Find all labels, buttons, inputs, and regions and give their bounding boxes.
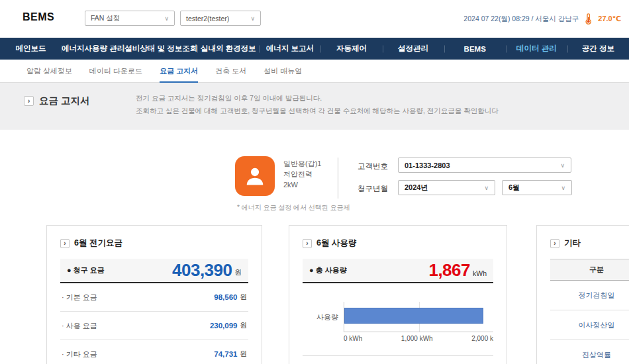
person-icon (243, 164, 267, 188)
usage-bar-axis: 0 kWh 1,000 kWh 2,000 k (344, 335, 493, 342)
nav-item-settings[interactable]: 설정관리 (383, 38, 444, 60)
plan-capacity: 2kW (283, 179, 321, 190)
section-arrow-icon: › (24, 96, 34, 106)
page-title-row: › 요금 고지서 (24, 95, 90, 107)
usage-bar-plot (344, 302, 493, 332)
usage-total-value: 1,867 (428, 260, 470, 281)
chevron-down-icon: ∨ (560, 162, 565, 169)
page-title: 요금 고지서 (39, 95, 90, 107)
axis-tick: 2,000 k (471, 335, 493, 342)
customer-number-label: 고객번호 (358, 161, 388, 171)
billing-month-label: 청구년월 (358, 184, 388, 194)
plan-note: * 에너지 요금 설정 에서 선택된 요금제 (237, 203, 350, 212)
plan-voltage: 저압전력 (283, 169, 321, 179)
usage-card-title-row: › 6월 사용량 (303, 238, 493, 249)
section-arrow-icon: › (550, 239, 559, 248)
section-arrow-icon: › (60, 239, 70, 248)
plan-type: 일반용(갑)1 (283, 158, 321, 169)
bill-card-title-row: › 6월 전기요금 (60, 238, 248, 249)
sub-nav: 알람 상세정보 데이터 다운로드 요금 고지서 건축 도서 설비 매뉴얼 (0, 60, 629, 83)
etc-card: › 기타 구분 정기검침일 이사정산일 진상역률 지상역률 (536, 225, 629, 364)
nav-item-facility-status[interactable]: 설비상태 및 정보조회 (124, 38, 197, 60)
nav-item-data-management[interactable]: 데이터 관리 (506, 38, 567, 60)
usage-card-title: 6월 사용량 (316, 238, 356, 249)
page-description-line1: 전기 요금 고지서는 정기검침일 이후 7일 이내에 발급됩니다. (136, 92, 499, 105)
table-row: 진상역률 (550, 340, 629, 364)
page-description-line2: 조회하고 싶은 건물에 대해 고객번호, 청구년월을 선택하여 각 건물 수요처… (136, 105, 499, 117)
building-select-value: FAN 설정 (91, 14, 120, 23)
axis-tick: 0 kWh (344, 335, 362, 342)
section-arrow-icon: › (303, 239, 312, 248)
header-status: 2024 07 22(월) 08:29 / 서울시 강남구 27.0℃ (463, 0, 621, 38)
chevron-down-icon: ∨ (250, 15, 255, 22)
main-nav: 메인보드 에너지사용량 관리 설비상태 및 정보조회 실내외 환경정보 에너지 … (0, 38, 629, 60)
subnav-item-facility-manual[interactable]: 설비 매뉴얼 (264, 60, 302, 83)
building-select[interactable]: FAN 설정 ∨ (85, 11, 175, 26)
bems-logo: BEMS (23, 11, 54, 23)
chevron-down-icon: ∨ (561, 185, 565, 191)
customer-number-select[interactable]: 01-1333-2803 ∨ (398, 158, 571, 173)
top-header: BEMS FAN 설정 ∨ tester2(tester) ∨ 2024 07 … (0, 0, 629, 38)
usage-bar-chart: 사용량 (303, 302, 493, 332)
billing-year-value: 2024년 (405, 183, 428, 193)
nav-item-energy-usage[interactable]: 에너지사용량 관리 (62, 38, 124, 60)
etc-table: 구분 정기검침일 이사정산일 진상역률 지상역률 (550, 259, 629, 364)
nav-item-energy-report[interactable]: 에너지 보고서 (259, 38, 320, 60)
table-row: 정기검침일 (550, 281, 629, 310)
bems-app: BEMS FAN 설정 ∨ tester2(tester) ∨ 2024 07 … (0, 0, 629, 364)
bill-total-label: ● 청구 요금 (67, 265, 105, 275)
table-row: · 기타 요금 74,731 원 (부가가치세, 기후환경, 전력산업기반 등) (60, 340, 248, 364)
usage-card: › 6월 사용량 ● 총 사용량 1,867 kWh 사용량 0 kWh 1,0… (289, 225, 507, 364)
usage-total-label: ● 총 사용량 (309, 265, 347, 275)
bill-row-unit: 원 (240, 293, 248, 302)
user-select[interactable]: tester2(tester) ∨ (180, 11, 261, 26)
user-select-value: tester2(tester) (186, 15, 229, 23)
bill-total-value: 403,390 (172, 260, 232, 281)
bill-row-value: 230,099 (210, 322, 238, 330)
customer-number-value: 01-1333-2803 (405, 161, 450, 169)
vertical-divider (338, 158, 338, 199)
usage-bar-category-label: 사용량 (303, 302, 344, 332)
thermometer-icon (583, 13, 593, 24)
axis-tick: 1,000 kWh (401, 335, 433, 342)
chevron-down-icon: ∨ (484, 185, 489, 191)
bill-row-unit: 원 (240, 321, 248, 330)
subnav-item-architecture-docs[interactable]: 건축 도서 (215, 60, 246, 83)
bill-row-label: · 사용 요금 (62, 321, 97, 331)
subnav-item-bill-notice[interactable]: 요금 고지서 (160, 60, 198, 83)
bill-row-label: · 기타 요금 (62, 349, 97, 359)
bill-row-value: 98,560 (214, 293, 237, 301)
etc-card-title-row: › 기타 (550, 238, 629, 249)
contract-plan-text: 일반용(갑)1 저압전력 2kW (283, 158, 321, 190)
contract-plan-icon (235, 156, 275, 196)
nav-item-environment-info[interactable]: 실내외 환경정보 (197, 38, 259, 60)
table-row: 이사정산일 (550, 310, 629, 340)
table-row: · 사용 요금 230,099 원 (60, 312, 248, 340)
page-description: 전기 요금 고지서는 정기검침일 이후 7일 이내에 발급됩니다. 조회하고 싶… (136, 92, 499, 117)
bill-row-label: · 기본 요금 (62, 293, 97, 302)
usage-sub-section: · 경부하 사용량 0 kWh (303, 355, 493, 364)
table-row: · 기본 요금 98,560 원 (60, 283, 248, 312)
etc-table-header: 구분 (550, 259, 629, 281)
usage-total-row: ● 총 사용량 1,867 kWh (303, 259, 493, 283)
temperature-value: 27.0℃ (598, 15, 621, 23)
usage-total-unit: kWh (473, 269, 487, 282)
page-head: › 요금 고지서 전기 요금 고지서는 정기검침일 이후 7일 이내에 발급됩니… (0, 83, 629, 130)
bill-total-row: ● 청구 요금 403,390 원 (60, 259, 248, 283)
nav-item-mainboard[interactable]: 메인보드 (0, 38, 62, 60)
subnav-item-alarm-detail[interactable]: 알람 상세정보 (26, 60, 72, 83)
billing-month-value: 6월 (508, 183, 520, 193)
bill-row-value: 74,731 (214, 350, 237, 358)
subnav-item-data-download[interactable]: 데이터 다운로드 (89, 60, 142, 83)
bill-total-unit: 원 (235, 268, 242, 282)
billing-year-select[interactable]: 2024년 ∨ (398, 180, 495, 195)
billing-month-select[interactable]: 6월 ∨ (502, 180, 572, 195)
nav-item-auto-control[interactable]: 자동제어 (320, 38, 382, 60)
datetime-location: 2024 07 22(월) 08:29 / 서울시 강남구 (463, 15, 579, 24)
bill-card-title: 6월 전기요금 (74, 238, 122, 249)
nav-item-space-info[interactable]: 공간 정보 (567, 38, 629, 60)
bill-card: › 6월 전기요금 ● 청구 요금 403,390 원 · 기본 요금 98,5… (46, 225, 262, 364)
nav-item-bems[interactable]: BEMS (444, 38, 506, 60)
usage-bar (344, 308, 483, 324)
chevron-down-icon: ∨ (164, 15, 169, 22)
